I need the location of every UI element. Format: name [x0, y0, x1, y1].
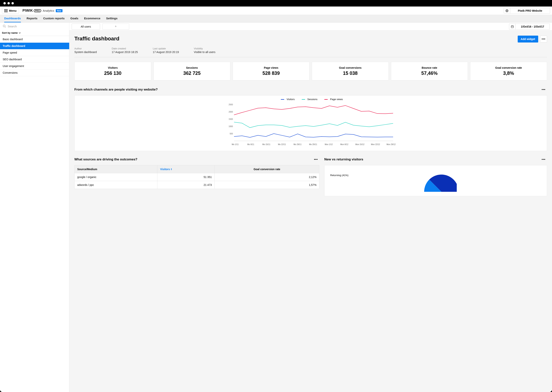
search-placeholder: Search: [8, 25, 17, 28]
nav-settings[interactable]: Settings: [106, 17, 117, 22]
svg-text:Mo 22/11: Mo 22/11: [278, 143, 286, 146]
svg-text:Mo 29/11: Mo 29/11: [309, 143, 317, 146]
channels-chart: VisitorsSessionsPage views 5001000150020…: [74, 95, 547, 151]
nav-custom-reports[interactable]: Custom reports: [43, 17, 65, 22]
svg-text:Mon 22/12: Mon 22/12: [371, 143, 380, 146]
kpi-card: Goal conversion rate3,8%: [470, 62, 547, 80]
channels-widget-title: From which channels are people visiting …: [74, 88, 158, 91]
close-dot[interactable]: [3, 2, 6, 4]
svg-text:Mo 1/11: Mo 1/11: [232, 143, 239, 146]
table-row[interactable]: google / organic51 3512,12%: [74, 173, 319, 181]
main-nav: DashboardsReportsCustom reportsGoalsEcom…: [0, 15, 552, 23]
sidebar-item-conversions[interactable]: Conversions: [0, 70, 69, 76]
svg-text:Mon 15/12: Mon 15/12: [355, 143, 364, 146]
sidebar-item-user-engagement[interactable]: User engagement: [0, 63, 69, 70]
menu-label: Menu: [9, 9, 16, 12]
returning-slice-label: Returning (41%): [330, 174, 349, 177]
svg-point-1: [3, 25, 5, 27]
sidebar-item-seo-dashboard[interactable]: SEO dashboard: [0, 56, 69, 63]
svg-rect-3: [511, 26, 514, 28]
grid-icon: [4, 9, 7, 12]
nav-goals[interactable]: Goals: [70, 17, 78, 22]
svg-text:500: 500: [230, 133, 233, 135]
sources-more-button[interactable]: •••: [312, 156, 319, 163]
col-rate[interactable]: Goal conversion rate: [214, 165, 319, 173]
dashboard-meta: AuthorSystem dashboard Date created17 Au…: [74, 47, 547, 57]
returning-widget-title: New vs returning visitors: [324, 158, 363, 161]
site-selector[interactable]: Piwik PRO Website: [510, 8, 550, 14]
kpi-card: Goal conversions15 038: [312, 62, 389, 80]
returning-chart: Returning (41%): [324, 165, 547, 196]
site-selector-icon-box[interactable]: [504, 8, 510, 14]
sidebar-item-page-speed[interactable]: Page speed: [0, 49, 69, 56]
sources-table: Source/Medium Visitors Goal conversion r…: [74, 165, 319, 189]
col-source[interactable]: Source/Medium: [74, 165, 157, 173]
svg-text:1500: 1500: [229, 118, 233, 120]
nav-reports[interactable]: Reports: [27, 17, 37, 22]
sidebar: Search Sort by name Basic dashboardTraff…: [0, 23, 69, 392]
kpi-grid: Visitors256 130Sessions362 725Page views…: [74, 62, 547, 80]
sidebar-item-traffic-dashboard[interactable]: Traffic dashboard: [0, 43, 69, 49]
svg-line-2: [5, 27, 6, 28]
chevron-down-icon: [19, 32, 21, 34]
sources-widget-title: What sources are driving the outcomes?: [74, 158, 138, 161]
kpi-card: Visitors256 130: [74, 62, 151, 80]
svg-text:2500: 2500: [229, 104, 233, 106]
min-dot[interactable]: [7, 2, 10, 4]
calendar-icon: [511, 25, 514, 28]
table-row[interactable]: adwords / ppc21 4731,57%: [74, 181, 319, 189]
globe-icon: [505, 9, 508, 12]
returning-more-button[interactable]: •••: [540, 156, 547, 163]
kpi-card: Page views528 839: [233, 62, 310, 80]
new-badge: New: [56, 9, 63, 12]
svg-text:2000: 2000: [229, 111, 233, 113]
date-range-selector[interactable]: 1/Oct/16 - 1/Oct/17: [516, 24, 550, 30]
topbar: Menu PIWIK PRO Analytics New Piwik PRO W…: [0, 7, 552, 15]
piwik-logo: PIWIK PRO: [22, 9, 41, 13]
search-icon: [3, 25, 6, 28]
brand-block: PIWIK PRO Analytics New: [22, 9, 63, 13]
search-input[interactable]: Search: [0, 23, 69, 30]
dashboard-more-button[interactable]: •••: [540, 35, 547, 42]
filter-bar: All users + 1/Oct/16 - 1/Oct/17: [69, 23, 552, 31]
svg-text:1000: 1000: [229, 125, 233, 127]
svg-text:Mon 8/12: Mon 8/12: [340, 143, 349, 146]
window-titlebar: [0, 0, 552, 7]
svg-text:Mo 8/11: Mo 8/11: [247, 143, 254, 146]
sort-icon: [171, 168, 172, 170]
svg-text:Mon 29/12: Mon 29/12: [387, 143, 396, 146]
svg-text:Mon 1/12: Mon 1/12: [325, 143, 333, 146]
page-title: Traffic dashboard: [74, 35, 119, 42]
nav-ecommerce[interactable]: Ecommerce: [84, 17, 101, 22]
add-segment-button[interactable]: +: [102, 24, 129, 30]
site-name: Piwik PRO Website: [518, 9, 542, 12]
channels-more-button[interactable]: •••: [540, 86, 547, 93]
kpi-card: Sessions362 725: [153, 62, 230, 80]
max-dot[interactable]: [12, 2, 14, 4]
product-label: Analytics: [43, 9, 54, 12]
calendar-icon-box[interactable]: [509, 24, 516, 30]
segment-button[interactable]: All users: [72, 24, 100, 30]
svg-text:Mo 15/11: Mo 15/11: [262, 143, 270, 146]
menu-button[interactable]: Menu: [2, 8, 19, 14]
sidebar-item-basic-dashboard[interactable]: Basic dashboard: [0, 36, 69, 43]
kpi-card: Bounce rate57,46%: [391, 62, 468, 80]
sort-dropdown[interactable]: Sort by name: [0, 30, 69, 36]
add-widget-button[interactable]: Add widget: [518, 35, 538, 42]
nav-dashboards[interactable]: Dashboards: [4, 17, 21, 22]
svg-text:Mo 29/11: Mo 29/11: [294, 143, 302, 146]
col-visitors[interactable]: Visitors: [157, 165, 215, 173]
